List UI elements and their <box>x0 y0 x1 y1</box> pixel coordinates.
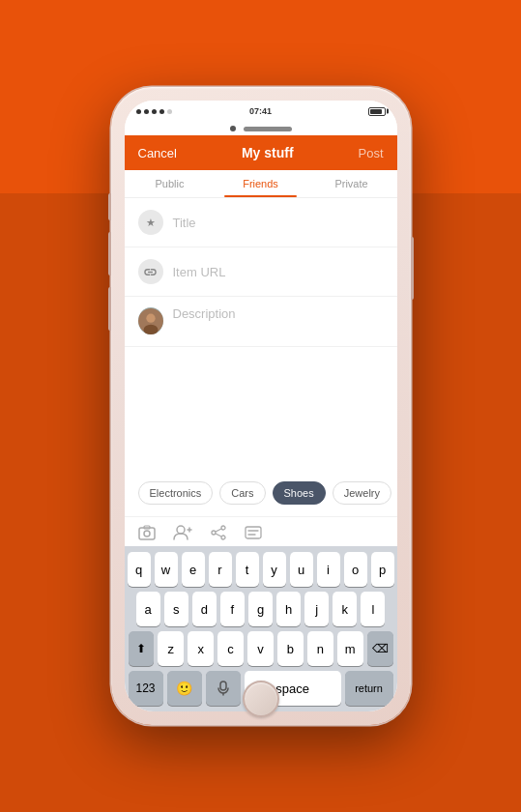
key-b[interactable]: b <box>277 631 304 666</box>
page-title: My stuff <box>242 145 294 160</box>
list-icon[interactable] <box>245 525 262 540</box>
status-bar: 07:41 <box>125 101 397 122</box>
keyboard-row-1: q w e r t y u i o p <box>129 552 393 587</box>
star-icon-container: ★ <box>138 210 163 235</box>
key-h[interactable]: h <box>276 592 301 626</box>
numbers-key[interactable]: 123 <box>129 671 163 706</box>
key-m[interactable]: m <box>337 631 363 666</box>
key-g[interactable]: g <box>248 592 273 626</box>
url-field[interactable]: Item URL <box>125 247 397 297</box>
key-x[interactable]: x <box>188 631 214 666</box>
speaker-bar <box>244 127 292 131</box>
user-avatar <box>138 307 163 334</box>
key-e[interactable]: e <box>182 552 205 587</box>
delete-key[interactable]: ⌫ <box>367 631 393 666</box>
phone-shell: 07:41 Cancel My stuff Post <box>111 87 411 725</box>
key-p[interactable]: p <box>371 552 394 587</box>
key-v[interactable]: v <box>247 631 274 666</box>
key-r[interactable]: r <box>209 552 232 587</box>
content-area: ★ Title Item URL <box>125 198 397 711</box>
tab-friends[interactable]: Friends <box>216 170 306 197</box>
tab-public[interactable]: Public <box>125 170 216 197</box>
key-d[interactable]: d <box>192 592 217 626</box>
key-w[interactable]: w <box>155 552 178 587</box>
key-u[interactable]: u <box>290 552 313 587</box>
camera-icon <box>230 126 236 131</box>
avatar-icon-container <box>138 308 163 334</box>
svg-point-4 <box>144 531 150 536</box>
camera-area <box>125 122 397 135</box>
key-q[interactable]: q <box>128 552 151 587</box>
key-k[interactable]: k <box>333 592 357 626</box>
star-icon: ★ <box>138 210 163 235</box>
add-person-icon[interactable] <box>173 525 192 540</box>
svg-rect-11 <box>220 682 226 690</box>
tab-private[interactable]: Private <box>306 170 397 197</box>
key-y[interactable]: y <box>263 552 286 587</box>
key-c[interactable]: c <box>217 631 244 666</box>
description-placeholder: Description <box>173 306 236 321</box>
svg-point-1 <box>146 314 155 323</box>
key-f[interactable]: f <box>220 592 245 626</box>
key-l[interactable]: l <box>361 592 385 626</box>
key-z[interactable]: z <box>158 631 184 666</box>
category-shoes[interactable]: Shoes <box>273 481 326 505</box>
title-placeholder: Title <box>173 216 196 230</box>
camera-action-icon[interactable] <box>138 525 156 540</box>
title-field[interactable]: ★ Title <box>125 198 397 247</box>
svg-point-9 <box>212 531 216 535</box>
key-t[interactable]: t <box>236 552 259 587</box>
phone-screen: 07:41 Cancel My stuff Post <box>125 101 397 711</box>
emoji-key[interactable]: 🙂 <box>167 671 202 706</box>
key-s[interactable]: s <box>164 592 188 626</box>
signal-dots <box>136 109 172 114</box>
svg-rect-10 <box>246 527 261 538</box>
shift-key[interactable]: ⬆ <box>129 631 155 666</box>
key-i[interactable]: i <box>317 552 340 587</box>
category-electronics[interactable]: Electronics <box>138 481 214 505</box>
key-a[interactable]: a <box>136 592 160 626</box>
cancel-button[interactable]: Cancel <box>138 146 177 160</box>
svg-rect-3 <box>139 528 155 539</box>
status-time: 07:41 <box>249 106 272 116</box>
action-icons-row <box>125 516 397 546</box>
mic-key[interactable] <box>206 671 241 706</box>
svg-point-7 <box>221 526 225 530</box>
share-icon[interactable] <box>210 525 227 540</box>
categories-row: Electronics Cars Shoes Jewelry <box>125 470 397 516</box>
home-button[interactable] <box>243 681 279 717</box>
svg-point-6 <box>177 526 185 534</box>
key-o[interactable]: o <box>344 552 367 587</box>
navigation-bar: Cancel My stuff Post <box>125 135 397 170</box>
url-placeholder: Item URL <box>173 265 226 279</box>
svg-point-8 <box>221 536 225 539</box>
link-icon-container <box>138 259 163 284</box>
phone-device: 07:41 Cancel My stuff Post <box>111 87 411 725</box>
return-key[interactable]: return <box>345 671 393 706</box>
tabs-bar: Public Friends Private <box>125 170 397 198</box>
keyboard-row-2: a s d f g h j k l <box>129 592 393 626</box>
category-cars[interactable]: Cars <box>219 481 265 505</box>
key-n[interactable]: n <box>307 631 333 666</box>
description-field[interactable]: Description <box>125 297 397 347</box>
battery-indicator <box>368 107 386 116</box>
link-icon <box>138 259 163 284</box>
keyboard-row-3: ⬆ z x c v b n m ⌫ <box>129 631 393 666</box>
key-j[interactable]: j <box>304 592 329 626</box>
post-button[interactable]: Post <box>358 146 383 160</box>
category-jewelry[interactable]: Jewelry <box>333 481 391 505</box>
